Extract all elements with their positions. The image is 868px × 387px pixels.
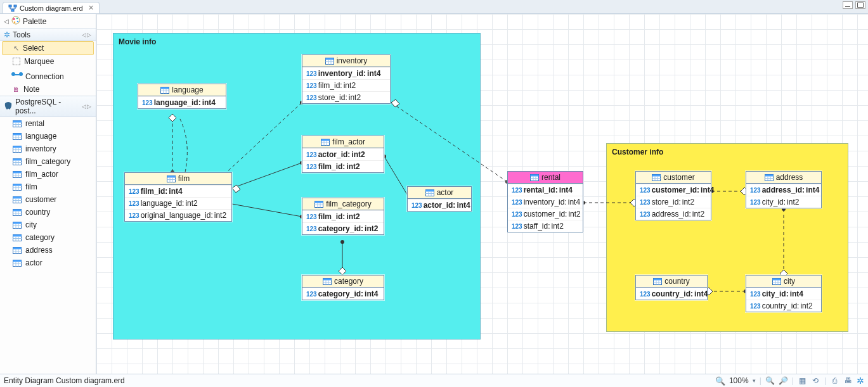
entity-address[interactable]: address123 address_id: int4123 city_id: … xyxy=(746,171,822,208)
column-language_id[interactable]: 123 language_id: int4 xyxy=(138,96,226,108)
sidebar-table-customer[interactable]: customer xyxy=(0,193,96,206)
table-icon xyxy=(321,139,330,146)
entity-country[interactable]: country123 country_id: int4 xyxy=(635,275,708,300)
column-film_id[interactable]: 123 film_id: int2 xyxy=(302,160,384,172)
print-icon[interactable]: 🖶 xyxy=(843,376,853,386)
sidebar-table-country[interactable]: country xyxy=(0,206,96,219)
zoom-value[interactable]: 100% xyxy=(729,376,749,385)
entity-header[interactable]: city xyxy=(746,276,821,288)
entity-actor[interactable]: actor123 actor_id: int4 xyxy=(407,186,472,212)
entity-header[interactable]: film_category xyxy=(302,198,384,210)
refresh-icon[interactable]: ⟲ xyxy=(811,376,820,386)
column-inventory_id[interactable]: 123 inventory_id: int4 xyxy=(508,196,583,208)
column-category_id[interactable]: 123 category_id: int4 xyxy=(302,288,384,300)
column-address_id[interactable]: 123 address_id: int4 xyxy=(746,184,821,196)
zoom-out-icon[interactable]: 🔍 xyxy=(765,376,775,386)
tool-connection[interactable]: Connection xyxy=(0,70,96,83)
entity-header[interactable]: customer xyxy=(636,172,711,184)
back-icon[interactable]: ◁ xyxy=(4,18,9,25)
entity-title: film xyxy=(178,174,190,183)
entity-header[interactable]: address xyxy=(746,172,821,184)
collapse-icon[interactable]: ◁▷ xyxy=(82,32,92,38)
column-inventory_id[interactable]: 123 inventory_id: int4 xyxy=(302,67,390,79)
table-icon xyxy=(13,184,22,191)
sidebar-table-language[interactable]: language xyxy=(0,130,96,143)
entity-category[interactable]: category123 category_id: int4 xyxy=(302,275,384,300)
entity-film[interactable]: film123 film_id: int4123 language_id: in… xyxy=(124,172,232,222)
sidebar-table-inventory[interactable]: inventory xyxy=(0,143,96,155)
layout-icon[interactable]: ▦ xyxy=(798,376,807,386)
column-city_id[interactable]: 123 city_id: int2 xyxy=(746,196,821,208)
column-city_id[interactable]: 123 city_id: int4 xyxy=(746,288,821,300)
sidebar-table-rental[interactable]: rental xyxy=(0,117,96,130)
sidebar-table-address[interactable]: address xyxy=(0,244,96,257)
entity-header[interactable]: language xyxy=(138,84,226,96)
section-tools[interactable]: ✲ Tools ◁▷ xyxy=(0,29,96,41)
column-address_id[interactable]: 123 address_id: int2 xyxy=(636,208,711,220)
entity-header[interactable]: actor xyxy=(408,187,471,199)
column-store_id[interactable]: 123 store_id: int2 xyxy=(302,91,390,103)
settings-icon[interactable]: ✲ xyxy=(857,376,864,386)
chevron-down-icon[interactable]: ▾ xyxy=(753,377,756,384)
column-film_id[interactable]: 123 film_id: int2 xyxy=(302,210,384,222)
entity-header[interactable]: country xyxy=(636,276,707,288)
search-icon[interactable]: 🔍 xyxy=(715,376,725,386)
region-title: Movie info xyxy=(119,37,156,46)
entity-language[interactable]: language123 language_id: int4 xyxy=(138,84,226,109)
column-type: int4 xyxy=(367,69,380,78)
column-country_id[interactable]: 123 country_id: int2 xyxy=(746,300,821,312)
entity-title: film_actor xyxy=(332,137,365,146)
column-actor_id[interactable]: 123 actor_id: int4 xyxy=(408,199,471,211)
column-film_id[interactable]: 123 film_id: int2 xyxy=(302,79,390,91)
export-icon[interactable]: ⎙ xyxy=(830,376,839,386)
entity-header[interactable]: category xyxy=(302,276,384,288)
entity-header[interactable]: film xyxy=(125,173,231,185)
sidebar-table-city[interactable]: city xyxy=(0,219,96,231)
column-original_language_id[interactable]: 123 original_language_id: int2 xyxy=(125,209,231,221)
zoom-in-icon[interactable]: 🔎 xyxy=(779,376,788,386)
column-type: int2 xyxy=(365,224,378,233)
tool-marquee[interactable]: Marquee xyxy=(0,55,96,68)
sidebar-table-film_category[interactable]: film_category xyxy=(0,155,96,168)
table-label: country xyxy=(25,208,50,217)
tool-note[interactable]: Note xyxy=(0,83,96,96)
column-customer_id[interactable]: 123 customer_id: int4 xyxy=(636,184,711,196)
entity-header[interactable]: rental xyxy=(508,172,583,184)
entity-customer[interactable]: customer123 customer_id: int4123 store_i… xyxy=(635,171,711,220)
column-category_id[interactable]: 123 category_id: int2 xyxy=(302,222,384,234)
collapse-icon[interactable]: ◁▷ xyxy=(82,103,92,110)
sidebar-table-film_actor[interactable]: film_actor xyxy=(0,168,96,181)
entity-city[interactable]: city123 city_id: int4123 country_id: int… xyxy=(746,275,822,312)
table-label: language xyxy=(25,132,56,141)
column-actor_id[interactable]: 123 actor_id: int2 xyxy=(302,148,384,160)
svg-rect-19 xyxy=(13,146,22,148)
sidebar-table-category[interactable]: category xyxy=(0,231,96,244)
column-staff_id[interactable]: 123 staff_id: int2 xyxy=(508,220,583,232)
column-film_id[interactable]: 123 film_id: int4 xyxy=(125,185,231,197)
sidebar-table-film[interactable]: film xyxy=(0,181,96,193)
entity-inventory[interactable]: inventory123 inventory_id: int4123 film_… xyxy=(302,54,391,104)
sidebar-table-actor[interactable]: actor xyxy=(0,257,96,269)
tab-custom-diagram[interactable]: Custom diagram.erd ✕ xyxy=(3,2,100,13)
diagram-canvas[interactable]: Movie info Customer info xyxy=(96,14,868,374)
column-store_id[interactable]: 123 store_id: int2 xyxy=(636,196,711,208)
entity-rental[interactable]: rental123 rental_id: int4123 inventory_i… xyxy=(507,171,583,232)
svg-rect-120 xyxy=(323,278,331,280)
entity-film_actor[interactable]: film_actor123 actor_id: int2123 film_id:… xyxy=(302,136,384,173)
column-country_id[interactable]: 123 country_id: int4 xyxy=(636,288,707,300)
entity-film_category[interactable]: film_category123 film_id: int2123 catego… xyxy=(302,198,384,235)
entity-header[interactable]: inventory xyxy=(302,55,390,67)
column-customer_id[interactable]: 123 customer_id: int2 xyxy=(508,208,583,220)
table-icon xyxy=(314,201,323,208)
tool-select[interactable]: Select xyxy=(2,41,94,55)
column-name: rental_id: xyxy=(524,186,558,194)
entity-header[interactable]: film_actor xyxy=(302,136,384,148)
close-icon[interactable]: ✕ xyxy=(88,4,94,12)
svg-rect-90 xyxy=(161,87,169,89)
minimize-icon[interactable] xyxy=(843,1,853,9)
column-language_id[interactable]: 123 language_id: int2 xyxy=(125,197,231,209)
datatype-icon: 123 xyxy=(640,199,651,206)
column-rental_id[interactable]: 123 rental_id: int4 xyxy=(508,184,583,196)
section-postgres[interactable]: PostgreSQL - post... ◁▷ xyxy=(0,96,96,117)
maximize-icon[interactable] xyxy=(855,1,865,9)
